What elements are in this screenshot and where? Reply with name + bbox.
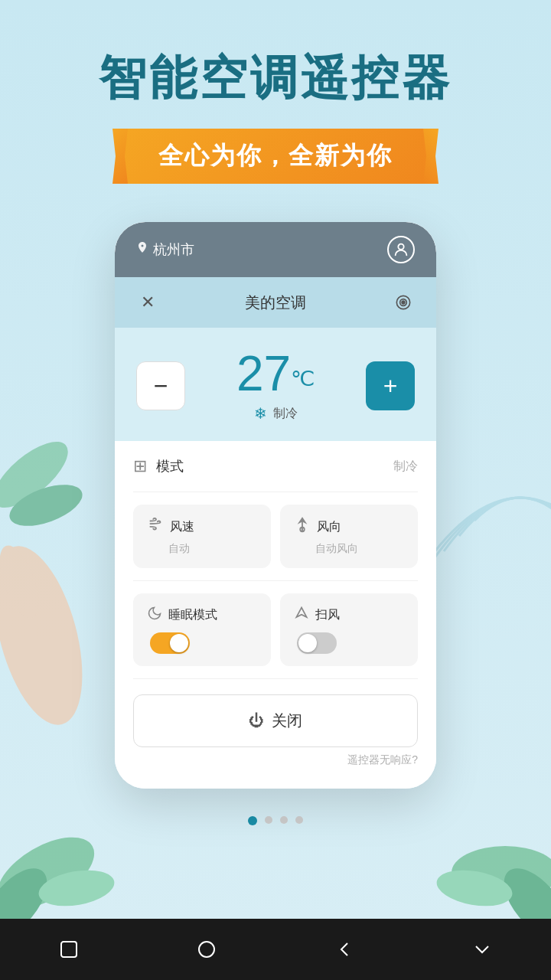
- temp-mode: ❄ 制冷: [236, 404, 315, 423]
- location-text: 杭州市: [153, 240, 194, 259]
- target-icon: [393, 292, 413, 312]
- sweep-header: 扫风: [294, 606, 404, 625]
- sleep-mode-cell: 睡眠模式: [133, 593, 271, 666]
- wind-dir-cell[interactable]: 风向 自动风向: [280, 505, 418, 568]
- temp-unit: ℃: [291, 367, 315, 390]
- ac-title: 美的空调: [245, 292, 306, 313]
- power-button[interactable]: ⏻ 关闭: [133, 694, 418, 747]
- sweep-toggle-thumb: [298, 634, 317, 652]
- wind-controls-grid: 风速 自动: [133, 492, 418, 581]
- wind-dir-icon: [294, 517, 311, 537]
- svg-marker-17: [296, 608, 306, 618]
- app-title: 智能空调遥控器: [99, 46, 452, 110]
- svg-point-19: [199, 942, 214, 957]
- page-dot-4[interactable]: [295, 816, 303, 824]
- cooling-label: 制冷: [273, 406, 298, 422]
- phone-header: 杭州市: [115, 222, 436, 277]
- location-area: 杭州市: [136, 240, 194, 259]
- nav-back-button[interactable]: [325, 930, 364, 969]
- square-icon: [58, 939, 80, 960]
- mode-row[interactable]: ⊞ 模式 制冷: [133, 441, 418, 492]
- settings-icon[interactable]: [392, 291, 415, 314]
- ac-panel: ✕ 美的空调 − 27℃ ❄ 制冷: [115, 277, 436, 789]
- power-icon: ⏻: [249, 712, 264, 730]
- ac-control-header: ✕ 美的空调: [115, 277, 436, 328]
- wind-dir-svg: [294, 517, 311, 534]
- sleep-mode-label: 睡眠模式: [168, 607, 217, 623]
- increase-temp-button[interactable]: +: [366, 361, 415, 410]
- moon-svg: [147, 606, 162, 621]
- wind-dir-label: 风向: [317, 519, 341, 535]
- menu-down-icon: [471, 939, 493, 960]
- snowflake-icon: ❄: [254, 404, 267, 423]
- wind-svg: [147, 517, 164, 534]
- mode-value: 制冷: [393, 459, 418, 475]
- svg-rect-18: [61, 942, 77, 957]
- nav-home-button[interactable]: [187, 930, 226, 969]
- nav-square-button[interactable]: [50, 930, 88, 969]
- wind-dir-value: 自动风向: [315, 542, 404, 556]
- svg-point-14: [402, 301, 404, 303]
- temperature-control: − 27℃ ❄ 制冷 +: [115, 328, 436, 441]
- page-dot-2[interactable]: [265, 816, 272, 824]
- power-label: 关闭: [272, 710, 302, 731]
- wind-speed-icon: [147, 517, 164, 537]
- circle-icon: [196, 939, 217, 960]
- sleep-sweep-grid: 睡眠模式 扫风: [133, 581, 418, 679]
- sleep-toggle[interactable]: [150, 632, 190, 654]
- mode-left: ⊞ 模式: [133, 456, 184, 476]
- page-dot-3[interactable]: [280, 816, 288, 824]
- sleep-toggle-thumb: [170, 634, 188, 652]
- user-svg: [393, 241, 409, 258]
- nav-bar: [0, 919, 551, 980]
- nav-menu-button[interactable]: [463, 930, 501, 969]
- temperature-value: 27: [236, 346, 291, 401]
- page-dot-1[interactable]: [248, 816, 257, 825]
- no-response-text[interactable]: 遥控器无响应?: [133, 753, 418, 773]
- wind-speed-cell[interactable]: 风速 自动: [133, 505, 271, 568]
- controls-area: ⊞ 模式 制冷: [115, 441, 436, 789]
- location-icon: [136, 242, 148, 257]
- back-icon: [334, 939, 355, 960]
- sweep-toggle[interactable]: [297, 632, 337, 654]
- sleep-header: 睡眠模式: [147, 606, 257, 625]
- mode-icon: ⊞: [133, 456, 147, 476]
- sweep-svg: [294, 606, 309, 621]
- sweep-cell: 扫风: [280, 593, 418, 666]
- subtitle-banner: 全心为你，全新为你: [122, 129, 429, 184]
- subtitle-text: 全心为你，全新为你: [158, 142, 393, 169]
- sweep-label: 扫风: [315, 607, 340, 623]
- decrease-temp-button[interactable]: −: [136, 361, 185, 410]
- close-button[interactable]: ✕: [136, 291, 159, 314]
- sleep-icon: [147, 606, 162, 625]
- temperature-display: 27℃ ❄ 制冷: [236, 349, 315, 423]
- wind-dir-header: 风向: [294, 517, 404, 537]
- wind-speed-header: 风速: [147, 517, 257, 537]
- wind-speed-value: 自动: [168, 542, 257, 556]
- profile-icon[interactable]: [387, 236, 415, 263]
- wind-speed-label: 风速: [170, 519, 194, 535]
- svg-point-11: [398, 244, 403, 250]
- phone-mockup: 杭州市 ✕ 美的空调: [115, 222, 436, 789]
- mode-label: 模式: [156, 457, 184, 475]
- sweep-icon: [294, 606, 309, 625]
- page-dots: [248, 816, 303, 825]
